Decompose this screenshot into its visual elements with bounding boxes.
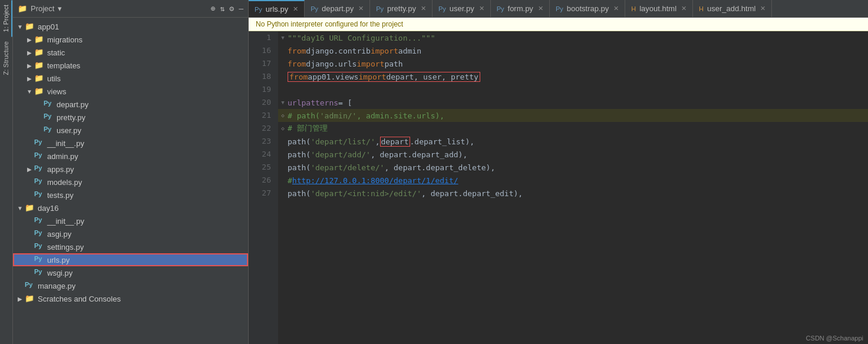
code-line-20[interactable]: ▼ urlpatterns = [: [278, 96, 868, 109]
code-text-24: path('depart/add/', depart.depart_add),: [288, 150, 467, 159]
tab-layout-html[interactable]: H layout.html ✕: [625, 0, 693, 17]
tab-close-depart-py[interactable]: ✕: [358, 5, 364, 12]
tab-close-urls-py[interactable]: ✕: [293, 5, 298, 13]
add-icon[interactable]: ⊕: [211, 4, 216, 13]
tab-close-user-py[interactable]: ✕: [479, 5, 484, 12]
minimize-icon[interactable]: —: [239, 4, 243, 13]
tab-project[interactable]: 1: Project: [1, 0, 12, 37]
fold-icon-1[interactable]: ▼: [278, 35, 288, 41]
dropdown-arrow[interactable]: ▾: [58, 4, 62, 13]
tree-item-admin-py[interactable]: Py admin.py: [13, 150, 248, 163]
tree-item-views[interactable]: ▼ 📁 views: [13, 85, 248, 98]
collapse-icon[interactable]: ⇅: [220, 4, 225, 13]
tree-item-migrations[interactable]: ▶ 📁 migrations: [13, 33, 248, 46]
line-numbers: 1 16 17 18 19 20 21 22 23 24 25 26 27: [249, 31, 278, 344]
tree-item-models-py[interactable]: Py models.py: [13, 176, 248, 188]
tab-urls-py[interactable]: Py urls.py ✕: [249, 0, 305, 17]
kw-import-18: import: [358, 72, 386, 81]
tree-item-asgi-py[interactable]: Py asgi.py: [13, 227, 248, 240]
code-line-1[interactable]: ▼ """day16 URL Configuration...""": [278, 31, 868, 44]
tree-item-day16[interactable]: ▼ 📁 day16: [13, 201, 248, 214]
code-line-24[interactable]: path('depart/add/', depart.depart_add),: [278, 148, 868, 161]
tab-depart-py[interactable]: Py depart.py ✕: [305, 0, 370, 17]
file-icon-models-py: Py: [34, 177, 45, 187]
code-line-23[interactable]: path('depart/list/', depart.depart_list)…: [278, 135, 868, 148]
tree-item-wsgi-py[interactable]: Py wsgi.py: [13, 266, 248, 279]
code-line-26[interactable]: # http://127.0.0.1:8000/depart/1/edit/: [278, 174, 868, 187]
tab-bootstrap-py[interactable]: Py bootstrap.py ✕: [550, 0, 625, 17]
tab-close-user-add-html[interactable]: ✕: [760, 5, 765, 12]
line-num-25: 25: [253, 161, 273, 174]
line-num-26: 26: [253, 174, 273, 187]
code-line-25[interactable]: path('depart/delete/', depart.depart_del…: [278, 161, 868, 174]
label-user-py: user.py: [57, 126, 81, 135]
code-text-23b: .depart_list),: [410, 137, 475, 146]
tree-item-urls-py[interactable]: Py urls.py: [13, 253, 248, 266]
settings-icon[interactable]: ⚙: [229, 4, 234, 13]
red-box-line-18: from app01.views import depart, user, pr…: [288, 72, 480, 82]
left-panel-tabs: 1: Project Z: Structure: [0, 0, 13, 344]
tree-item-pretty-py[interactable]: Py pretty.py: [13, 111, 248, 124]
tree-item-app01[interactable]: ▼ 📁 app01: [13, 20, 248, 33]
label-settings-py: settings.py: [47, 243, 84, 252]
tree-item-scratches[interactable]: ▶ 📁 Scratches and Consoles: [13, 292, 248, 305]
tree-item-tests-py[interactable]: Py tests.py: [13, 188, 248, 201]
sidebar-header: 📁 Project ▾ ⊕ ⇅ ⚙ —: [13, 0, 248, 18]
tree-item-apps-py[interactable]: ▶ Py apps.py: [13, 163, 248, 176]
tab-pretty-py[interactable]: Py pretty.py ✕: [370, 0, 433, 17]
file-icon-admin-py: Py: [34, 151, 45, 161]
mod-18: app01.views: [308, 72, 358, 81]
code-line-19[interactable]: [278, 83, 868, 96]
tab-icon-user-py: Py: [438, 5, 446, 12]
tab-close-pretty-py[interactable]: ✕: [421, 5, 426, 12]
fold-icon-20[interactable]: ▼: [278, 100, 288, 105]
tree-item-manage-py[interactable]: Py manage.py: [13, 279, 248, 292]
tab-close-bootstrap-py[interactable]: ✕: [613, 5, 619, 12]
code-editor[interactable]: 1 16 17 18 19 20 21 22 23 24 25 26 27 ▼ …: [249, 31, 868, 344]
tab-close-layout-html[interactable]: ✕: [681, 5, 687, 12]
file-icon-manage-py: Py: [25, 281, 35, 290]
tree-item-settings-py[interactable]: Py settings.py: [13, 240, 248, 253]
file-tree: ▼ 📁 app01 ▶ 📁 migrations ▶ 📁 static ▶ 📁 …: [13, 18, 248, 344]
folder-icon-header: 📁: [18, 4, 27, 13]
tree-item-init-day16[interactable]: Py __init__.py: [13, 214, 248, 227]
tree-item-templates[interactable]: ▶ 📁 templates: [13, 59, 248, 72]
folder-icon-migrations: 📁: [34, 35, 45, 44]
tab-icon-form-py: Py: [497, 5, 504, 12]
code-text-20: = [: [338, 98, 352, 107]
code-line-21[interactable]: ◇ # path('admin/', admin.site.urls),: [278, 109, 868, 122]
sidebar-title-area: 📁 Project ▾: [18, 4, 62, 13]
redbox-depart-23: depart: [380, 137, 410, 147]
tree-item-utils[interactable]: ▶ 📁 utils: [13, 72, 248, 85]
label-urls-py: urls.py: [47, 256, 70, 264]
code-line-17[interactable]: from django.urls import path: [278, 57, 868, 70]
editor-area: Py urls.py ✕ Py depart.py ✕ Py pretty.py…: [249, 0, 868, 344]
tab-close-form-py[interactable]: ✕: [538, 5, 543, 12]
file-icon-settings-py: Py: [34, 242, 45, 252]
code-line-16[interactable]: from django.contrib import admin: [278, 44, 868, 57]
tab-user-add-html[interactable]: H user_add.html ✕: [693, 0, 772, 17]
tree-item-depart-py[interactable]: Py depart.py: [13, 98, 248, 111]
folder-icon-utils: 📁: [34, 74, 45, 83]
tab-icon-urls-py: Py: [255, 6, 262, 13]
code-text-21: # path('admin/', admin.site.urls),: [288, 111, 444, 120]
tab-icon-pretty-py: Py: [376, 5, 384, 12]
tree-item-user-py[interactable]: Py user.py: [13, 124, 248, 137]
tree-item-static[interactable]: ▶ 📁 static: [13, 46, 248, 59]
tab-label-bootstrap-py: bootstrap.py: [567, 4, 609, 13]
sidebar-title: Project: [31, 4, 54, 13]
line-num-19: 19: [253, 83, 273, 96]
tab-structure[interactable]: Z: Structure: [1, 37, 12, 80]
gutter-icon-22: ◇: [278, 125, 288, 131]
code-line-27[interactable]: path('depart/<int:nid>/edit/', depart.de…: [278, 187, 868, 200]
code-line-18[interactable]: from app01.views import depart, user, pr…: [278, 70, 868, 83]
tab-user-py[interactable]: Py user.py ✕: [433, 0, 491, 17]
tree-item-init-app01[interactable]: Py __init__.py: [13, 137, 248, 150]
code-text-1: """day16 URL Configuration...""": [288, 34, 435, 42]
label-migrations: migrations: [47, 35, 82, 44]
arrow-apps-py: ▶: [25, 166, 34, 173]
code-line-22[interactable]: ◇ # 部门管理: [278, 122, 868, 135]
tab-label-user-add-html: user_add.html: [707, 4, 755, 13]
arrow-migrations: ▶: [25, 37, 34, 43]
tab-form-py[interactable]: Py form.py ✕: [491, 0, 550, 17]
